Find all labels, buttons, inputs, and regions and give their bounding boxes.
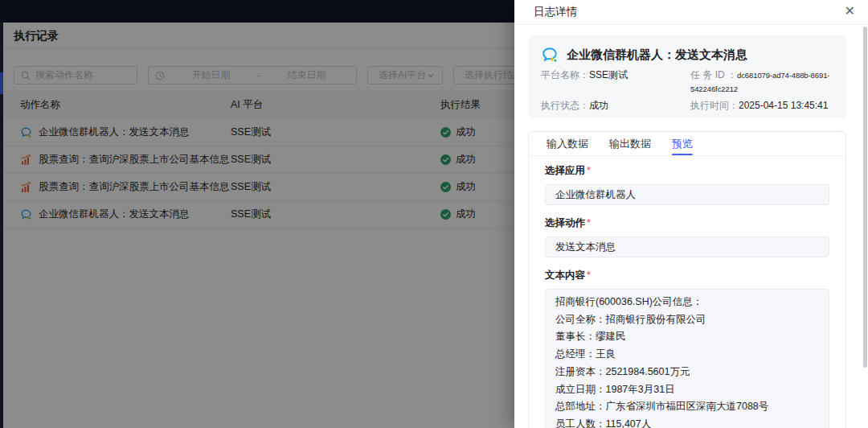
summary-title: 企业微信群机器人：发送文本消息 xyxy=(567,47,747,63)
app-field: 企业微信群机器人 xyxy=(545,184,829,205)
log-detail-drawer: 日志详情 ✕ 企业微信群机器人：发送文本消息 平台名称：SSE测试 任 务 ID… xyxy=(514,0,868,428)
tab-preview[interactable]: 预览 xyxy=(672,132,693,155)
summary-head: 企业微信群机器人：发送文本消息 xyxy=(541,43,833,66)
content-line: 董事长：缪建民 xyxy=(555,328,819,346)
drawer-header: 日志详情 ✕ xyxy=(514,0,868,25)
meta-time: 执行时间：2025-04-15 13:45:41 xyxy=(690,99,833,113)
tab-output-data[interactable]: 输出数据 xyxy=(609,132,651,155)
summary-card: 企业微信群机器人：发送文本消息 平台名称：SSE测试 任 务 ID ：dc681… xyxy=(528,35,846,118)
app-label: 选择应用* xyxy=(545,164,829,178)
meta-status: 执行状态：成功 xyxy=(541,99,690,113)
content-line: 员工人数：115,407人 xyxy=(555,416,819,428)
content-label: 文本内容* xyxy=(545,269,829,282)
required-mark: * xyxy=(587,165,591,176)
meta-task-id: 任 务 ID ：dc681079-ad74-488b-8691-542246fc… xyxy=(690,68,833,96)
action-field: 发送文本消息 xyxy=(545,237,829,257)
content-line: 总部地址：广东省深圳市福田区深南大道7088号 xyxy=(555,398,819,416)
scrollbar-thumb[interactable] xyxy=(863,27,867,368)
tab-bar: 输入数据 输出数据 预览 xyxy=(529,132,845,156)
meta-platform: 平台名称：SSE测试 xyxy=(541,68,690,96)
wechat-robot-icon xyxy=(541,46,559,64)
drawer-scrollbar[interactable] xyxy=(862,25,867,428)
content-line: 公司全称：招商银行股份有限公司 xyxy=(555,311,819,329)
summary-meta: 平台名称：SSE测试 任 务 ID ：dc681079-ad74-488b-86… xyxy=(541,68,833,113)
preview-panel: 选择应用* 企业微信群机器人 选择动作* 发送文本消息 文本内容* 招商银行(6… xyxy=(529,156,845,428)
detail-card: 输入数据 输出数据 预览 选择应用* 企业微信群机器人 选择动作* 发送文本消息… xyxy=(528,131,846,428)
content-line: 招商银行(600036.SH)公司信息： xyxy=(555,294,819,311)
close-icon[interactable]: ✕ xyxy=(845,0,855,23)
action-label: 选择动作* xyxy=(545,216,829,230)
required-mark: * xyxy=(587,270,591,281)
text-content-field: 招商银行(600036.SH)公司信息： 公司全称：招商银行股份有限公司 董事长… xyxy=(545,289,829,428)
content-line: 注册资本：2521984.5601万元 xyxy=(555,364,819,381)
content-line: 总经理：王良 xyxy=(555,346,819,364)
drawer-body: 企业微信群机器人：发送文本消息 平台名称：SSE测试 任 务 ID ：dc681… xyxy=(514,25,860,428)
required-mark: * xyxy=(587,217,591,228)
content-line: 成立日期：1987年3月31日 xyxy=(555,381,819,399)
drawer-title: 日志详情 xyxy=(534,0,577,24)
tab-input-data[interactable]: 输入数据 xyxy=(547,132,588,155)
